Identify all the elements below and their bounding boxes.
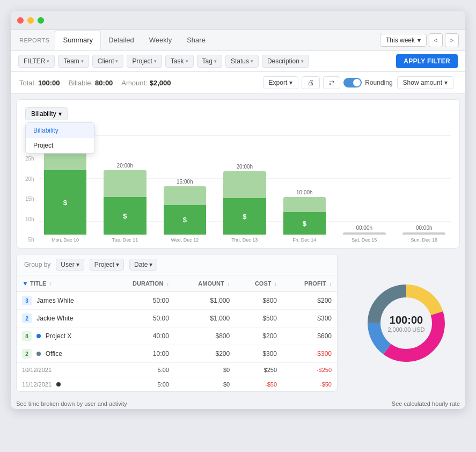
table-row[interactable]: 2 Jackie White 50:00 $1,000 $500 $300: [17, 310, 337, 327]
row-office-title: 2 Office: [17, 345, 107, 363]
table-row[interactable]: 2 Office 10:00 $200 $300 -$300: [17, 345, 337, 363]
tab-summary[interactable]: Summary: [55, 30, 101, 50]
bar-x-wed: Wed, Dec 12: [171, 237, 199, 243]
tabs-bar: REPORTS Summary Detailed Weekly Share Th…: [11, 30, 465, 51]
table-row[interactable]: 3 James White 50:00 $1,000 $800 $200: [17, 292, 337, 310]
bar-label-sat: 00:00h: [356, 225, 372, 231]
billability-button[interactable]: Billability ▾: [25, 107, 68, 120]
row-date1-profit: -$250: [282, 363, 337, 377]
bar-stack-wed: $: [164, 186, 207, 235]
apply-filter-button[interactable]: APPLY FILTER: [396, 54, 458, 68]
rounding-toggle[interactable]: [343, 78, 362, 88]
dollar-icon-fri: $: [303, 220, 306, 228]
y-label-25: 25h: [25, 156, 34, 162]
donut-time: 100:00: [387, 314, 424, 326]
next-week-button[interactable]: >: [445, 33, 459, 47]
row-date2-title: 11/12/2021: [17, 377, 107, 392]
y-label-15: 15h: [25, 196, 34, 202]
export-button[interactable]: Export ▾: [263, 76, 299, 89]
billable-value: 80:00: [95, 79, 113, 87]
bar-dark-tue: $: [104, 197, 147, 235]
row-date1-cost: $250: [235, 363, 282, 377]
table-header-row: ▼ TITLE ↕ DURATION ↕ AMOUNT ↕: [17, 275, 337, 292]
row-james-duration: 50:00: [107, 292, 174, 310]
chart-bars: 30:00h $ Mon, Dec 10 20:00h: [39, 135, 451, 243]
tab-detailed[interactable]: Detailed: [101, 31, 142, 50]
row-date1-title: 10/12/2021: [17, 363, 107, 377]
chart-header: Billability ▾ Billability Project: [25, 107, 451, 120]
row-date2-profit: -$50: [282, 377, 337, 392]
bar-light-thu: [223, 171, 266, 198]
filter-main-chip[interactable]: FILTER ▾: [18, 55, 55, 68]
row-date1-amount: $0: [174, 363, 235, 377]
print-button[interactable]: 🖨: [302, 76, 320, 89]
row-projectx-duration: 40:00: [107, 327, 174, 345]
group-date-chip[interactable]: Date ▾: [129, 259, 157, 271]
dollar-icon-mon: $: [63, 199, 67, 207]
print-icon: 🖨: [307, 79, 314, 86]
table-row[interactable]: 11/12/2021 5:00 $0 -$50 -$50: [17, 377, 337, 392]
app-window: REPORTS Summary Detailed Weekly Share Th…: [11, 11, 465, 409]
row-jackie-profit: $300: [282, 310, 337, 327]
filter-label: FILTER: [24, 57, 45, 65]
filter-tag-chip[interactable]: Tag ▾: [197, 55, 222, 68]
row-date1-duration: 5:00: [107, 363, 174, 377]
bar-label-tue: 20:00h: [117, 163, 134, 169]
titlebar: [11, 11, 465, 30]
dropdown-item-project[interactable]: Project: [26, 138, 94, 153]
bar-label-sun: 00:00h: [416, 225, 433, 231]
bar-label-fri: 10:00h: [296, 189, 313, 195]
bar-light-fri: [283, 197, 326, 212]
y-label-10: 10h: [25, 216, 34, 222]
row-date2-amount: $0: [174, 377, 235, 392]
close-button[interactable]: [17, 17, 24, 24]
amount-label: Amount:: [121, 79, 147, 87]
col-title: ▼ TITLE ↕: [17, 275, 107, 292]
tab-share[interactable]: Share: [179, 31, 213, 50]
time-range-button[interactable]: This week ▾: [380, 34, 427, 47]
row-office-profit: -$300: [282, 345, 337, 363]
row-james-cost: $800: [235, 292, 282, 310]
total-label: Total:: [19, 79, 36, 87]
filter-team-chip[interactable]: Team ▾: [58, 55, 89, 68]
filter-client-chip[interactable]: Client ▾: [92, 55, 124, 68]
group-project-chip[interactable]: Project ▾: [90, 259, 124, 271]
billability-chevron: ▾: [58, 110, 62, 118]
prev-week-button[interactable]: <: [429, 33, 443, 47]
bar-x-sat: Sat, Dec 15: [351, 237, 377, 243]
maximize-button[interactable]: [38, 17, 44, 24]
share-button[interactable]: ⇄: [323, 76, 340, 89]
minimize-button[interactable]: [27, 17, 34, 24]
row-james-profit: $200: [282, 292, 337, 310]
filter-description-chip[interactable]: Description ▾: [262, 55, 309, 68]
row-projectx-profit: $600: [282, 327, 337, 345]
dollar-icon-thu: $: [243, 213, 246, 221]
table-row[interactable]: 10/12/2021 5:00 $0 $250 -$250: [17, 363, 337, 377]
rounding-label: Rounding: [365, 79, 392, 86]
bar-light-wed: [164, 186, 207, 205]
filter-status-chip[interactable]: Status ▾: [225, 55, 259, 68]
y-label-20: 20h: [25, 176, 34, 182]
filter-project-chip[interactable]: Project ▾: [127, 55, 162, 68]
row-office-cost: $300: [235, 345, 282, 363]
bar-dark-mon: $: [44, 170, 87, 235]
bar-x-mon: Mon, Dec 10: [52, 237, 79, 243]
bar-dark-wed: $: [164, 205, 207, 235]
bar-fri: 10:00h $ Fri, Dec 14: [278, 189, 331, 243]
bar-dark-fri: $: [283, 212, 326, 235]
filter-task-chip[interactable]: Task ▾: [165, 55, 194, 68]
show-amount-button[interactable]: Show amount ▾: [397, 76, 453, 89]
bar-sun: 00:00h Sun, Dec 16: [398, 225, 451, 243]
bar-tue: 20:00h $ Tue, Dec 11: [98, 163, 151, 243]
dropdown-item-billability[interactable]: Billability: [26, 123, 94, 138]
dollar-icon-wed: $: [183, 216, 187, 224]
row-james-title: 3 James White: [17, 292, 107, 310]
bar-stack-thu: $: [223, 171, 266, 235]
group-user-chip[interactable]: User ▾: [56, 259, 84, 271]
tab-weekly[interactable]: Weekly: [142, 31, 179, 50]
col-amount: AMOUNT ↕: [174, 275, 235, 292]
col-duration: DURATION ↕: [107, 275, 174, 292]
bar-wed: 15:00h $ Wed, Dec 12: [158, 179, 211, 243]
table-row[interactable]: 8 Project X 40:00 $800 $200 $600: [17, 327, 337, 345]
annotation-right: See calculated hourly rate: [392, 400, 460, 407]
